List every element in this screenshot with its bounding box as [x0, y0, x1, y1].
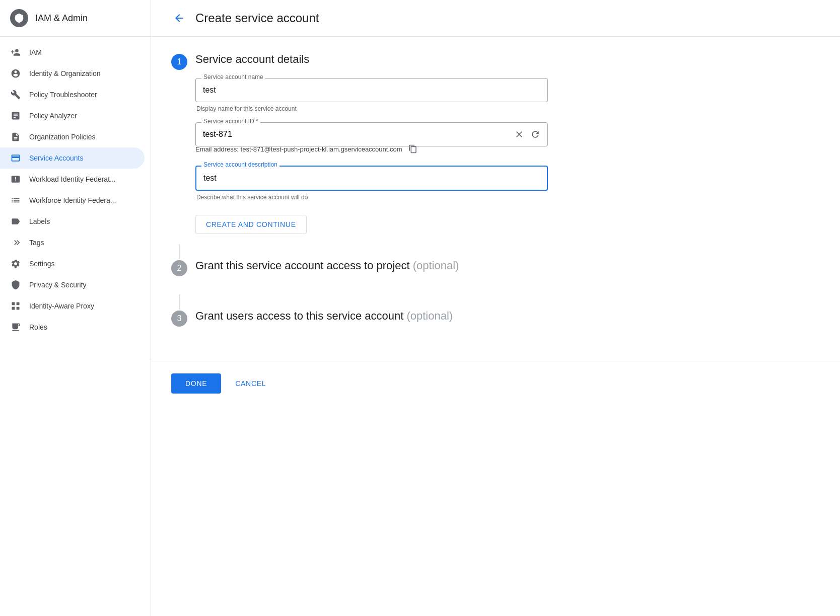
- step-3-optional: (optional): [406, 310, 453, 322]
- sidebar-item-workforce-identity[interactable]: Workforce Identity Federa...: [0, 190, 145, 211]
- description-field-group: Service account description Describe wha…: [195, 166, 584, 201]
- sidebar-label-org-policies: Organization Policies: [29, 133, 96, 141]
- sidebar-label-roles: Roles: [29, 323, 47, 331]
- main-panel: Create service account 1 Service account…: [151, 0, 840, 616]
- sidebar-label-policy-analyzer: Policy Analyzer: [29, 112, 77, 120]
- refresh-id-button[interactable]: [528, 127, 542, 141]
- sidebar-label-policy-troubleshooter: Policy Troubleshooter: [29, 91, 97, 99]
- step-2-header: 2 Grant this service account access to p…: [171, 259, 584, 276]
- step-1-body: Service account name Display name for th…: [195, 78, 584, 234]
- name-field-wrapper: Service account name: [195, 78, 548, 102]
- sidebar-item-org-policies[interactable]: Organization Policies: [0, 126, 145, 147]
- step-1-circle: 1: [171, 54, 187, 70]
- sidebar-item-workload-identity[interactable]: Workload Identity Federat...: [0, 169, 145, 190]
- back-button[interactable]: [171, 10, 187, 26]
- sidebar-item-labels[interactable]: Labels: [0, 211, 145, 232]
- iam-admin-icon: [10, 9, 28, 27]
- label-icon: [10, 216, 21, 227]
- account-circle-icon: [10, 68, 21, 79]
- done-button[interactable]: DONE: [171, 373, 221, 394]
- gear-icon: [10, 258, 21, 269]
- sidebar-item-service-accounts[interactable]: Service Accounts: [0, 147, 145, 169]
- sidebar-label-privacy-security: Privacy & Security: [29, 281, 87, 289]
- id-field-actions: [512, 127, 542, 141]
- step-1-header: 1 Service account details: [171, 53, 584, 70]
- document-icon: [10, 131, 21, 142]
- step-3-section: 3 Grant users access to this service acc…: [171, 310, 584, 335]
- description-field-wrapper: Service account description: [195, 166, 548, 191]
- sidebar-label-identity-aware-proxy: Identity-Aware Proxy: [29, 302, 94, 310]
- step-2-optional: (optional): [413, 259, 459, 272]
- step-2-3-connector: [179, 294, 180, 310]
- clear-id-button[interactable]: [512, 127, 526, 141]
- sidebar-item-tags[interactable]: Tags: [0, 232, 145, 253]
- step-2-title: Grant this service account access to pro…: [195, 259, 459, 272]
- sidebar-label-tags: Tags: [29, 239, 44, 247]
- main-header: Create service account: [151, 0, 840, 37]
- list-alt-icon: [10, 110, 21, 121]
- main-content: 1 Service account details Service accoun…: [151, 37, 604, 361]
- id-field-label: Service account ID *: [201, 118, 260, 125]
- id-card-icon: [10, 174, 21, 185]
- sidebar-item-identity-aware-proxy[interactable]: Identity-Aware Proxy: [0, 295, 145, 317]
- sidebar-label-settings: Settings: [29, 260, 55, 268]
- sidebar-label-identity-org: Identity & Organization: [29, 69, 101, 78]
- description-field-hint: Describe what this service account will …: [195, 194, 584, 201]
- service-account-description-input[interactable]: [195, 166, 548, 191]
- sidebar-item-privacy-security[interactable]: Privacy & Security: [0, 274, 145, 295]
- sidebar-item-policy-troubleshooter[interactable]: Policy Troubleshooter: [0, 84, 145, 105]
- sidebar-label-iam: IAM: [29, 48, 42, 56]
- id-field-wrapper: Service account ID *: [195, 122, 548, 146]
- description-field-label: Service account description: [201, 161, 279, 168]
- name-field-group: Service account name Display name for th…: [195, 78, 584, 112]
- sidebar-item-iam[interactable]: IAM: [0, 42, 145, 63]
- step-1-2-connector: [179, 244, 180, 259]
- sidebar-header: IAM & Admin: [0, 0, 151, 37]
- wrench-icon: [10, 89, 21, 100]
- page-title: Create service account: [195, 11, 319, 25]
- id-field-group: Service account ID *: [195, 122, 584, 156]
- sidebar-item-policy-analyzer[interactable]: Policy Analyzer: [0, 105, 145, 126]
- sidebar-label-labels: Labels: [29, 217, 50, 225]
- service-account-icon: [10, 152, 21, 164]
- sidebar-item-roles[interactable]: Roles: [0, 317, 145, 338]
- grid-icon: [10, 300, 21, 312]
- id-field-input-wrapper: [195, 122, 548, 146]
- chevron-right-icon: [10, 237, 21, 248]
- sidebar-label-service-accounts: Service Accounts: [29, 154, 83, 162]
- sidebar-nav: IAM Identity & Organization Policy Troub…: [0, 37, 151, 343]
- step-1-title: Service account details: [195, 53, 309, 66]
- list-icon: [10, 195, 21, 206]
- step-3-header: 3 Grant users access to this service acc…: [171, 310, 584, 327]
- sidebar-label-workload-identity: Workload Identity Federat...: [29, 175, 116, 183]
- step-3-title: Grant users access to this service accou…: [195, 310, 453, 323]
- bottom-actions: DONE CANCEL: [151, 361, 840, 406]
- app-title: IAM & Admin: [35, 13, 88, 24]
- service-account-name-input[interactable]: [195, 78, 548, 102]
- sidebar: IAM & Admin IAM Identity & Organization …: [0, 0, 151, 616]
- sidebar-item-identity-org[interactable]: Identity & Organization: [0, 63, 145, 84]
- create-and-continue-button[interactable]: CREATE AND CONTINUE: [195, 215, 307, 234]
- name-field-hint: Display name for this service account: [195, 105, 584, 112]
- roles-icon: [10, 322, 21, 333]
- step-2-section: 2 Grant this service account access to p…: [171, 259, 584, 284]
- shield-icon: [10, 279, 21, 290]
- step-3-circle: 3: [171, 311, 187, 327]
- sidebar-item-settings[interactable]: Settings: [0, 253, 145, 274]
- sidebar-label-workforce-identity: Workforce Identity Federa...: [29, 196, 116, 204]
- cancel-button[interactable]: CANCEL: [231, 373, 270, 394]
- step-1-section: 1 Service account details Service accoun…: [171, 53, 584, 234]
- name-field-label: Service account name: [201, 73, 265, 81]
- service-account-id-input[interactable]: [203, 123, 512, 146]
- step-2-circle: 2: [171, 260, 187, 276]
- person-add-icon: [10, 47, 21, 58]
